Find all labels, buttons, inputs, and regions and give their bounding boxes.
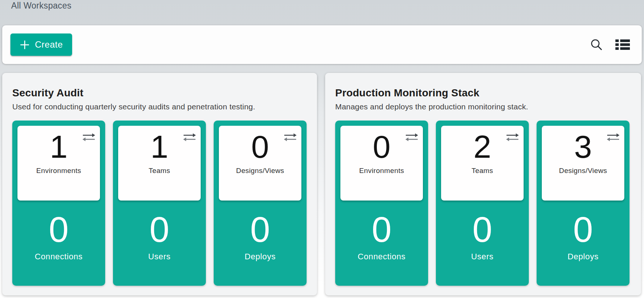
stat-label: Deploys — [567, 252, 599, 262]
stat-label: Environments — [36, 167, 81, 175]
workspace-description: Manages and deploys the production monit… — [335, 102, 631, 111]
stat-column-designs-views: 0 Designs/Views 0 Deploys — [214, 121, 307, 286]
stat-value: 0 — [373, 129, 391, 164]
deploys-stat-section: 0 Deploys — [537, 201, 630, 286]
stat-label: Teams — [149, 167, 170, 175]
stat-value: 0 — [149, 210, 169, 249]
connections-stat-section: 0 Connections — [12, 201, 105, 286]
connections-stat-section: 0 Connections — [335, 201, 428, 286]
stat-value: 0 — [250, 210, 270, 249]
environments-stat-card[interactable]: 0 Environments — [340, 126, 423, 201]
view-list-toggle-button[interactable] — [615, 39, 630, 50]
stat-value: 1 — [50, 129, 68, 164]
environments-stat-card[interactable]: 1 Environments — [17, 126, 100, 201]
designs-views-stat-card[interactable]: 3 Designs/Views — [542, 126, 624, 201]
designs-views-stat-card[interactable]: 0 Designs/Views — [219, 126, 301, 201]
workspace-description: Used for conducting quarterly security a… — [12, 102, 307, 111]
users-stat-section: 0 Users — [436, 201, 529, 286]
users-stat-section: 0 Users — [113, 201, 206, 286]
view-list-icon — [615, 39, 630, 50]
swap-arrows-icon[interactable] — [607, 133, 619, 143]
stat-label: Designs/Views — [236, 167, 284, 175]
stat-columns: 1 Environments 0 Connections 1 Teams — [12, 121, 307, 286]
stat-label: Users — [471, 252, 493, 262]
stat-columns: 0 Environments 0 Connections 2 Teams — [335, 121, 631, 286]
stat-column-environments: 1 Environments 0 Connections — [12, 121, 105, 286]
deploys-stat-section: 0 Deploys — [214, 201, 307, 286]
swap-arrows-icon[interactable] — [183, 133, 196, 143]
search-button[interactable] — [590, 38, 603, 51]
stat-value: 0 — [372, 210, 391, 249]
stat-value: 1 — [151, 129, 168, 164]
stat-label: Connections — [358, 252, 406, 262]
workspace-card-production-monitoring-stack: Production Monitoring Stack Manages and … — [325, 73, 641, 295]
workspaces-toolbar: Create — [2, 25, 642, 64]
stat-label: Users — [148, 252, 171, 262]
workspace-name: Production Monitoring Stack — [335, 87, 631, 99]
create-button-label: Create — [35, 39, 63, 50]
stat-value: 0 — [573, 210, 593, 249]
stat-value: 0 — [49, 210, 68, 249]
stat-value: 0 — [472, 210, 492, 249]
stat-value: 0 — [251, 129, 269, 164]
stat-column-environments: 0 Environments 0 Connections — [335, 121, 428, 286]
workspace-name: Security Audit — [12, 87, 307, 99]
workspace-cards-row: Security Audit Used for conducting quart… — [2, 73, 641, 295]
stat-column-teams: 2 Teams 0 Users — [436, 121, 529, 286]
stat-column-designs-views: 3 Designs/Views 0 Deploys — [537, 121, 630, 286]
page-title: All Workspaces — [11, 1, 71, 11]
stat-label: Environments — [359, 167, 404, 175]
search-icon — [590, 38, 603, 51]
stat-column-teams: 1 Teams 0 Users — [113, 121, 206, 286]
stat-label: Teams — [472, 167, 493, 175]
teams-stat-card[interactable]: 2 Teams — [441, 126, 524, 201]
swap-arrows-icon[interactable] — [82, 133, 95, 143]
swap-arrows-icon[interactable] — [284, 133, 297, 143]
swap-arrows-icon[interactable] — [506, 133, 519, 143]
workspace-card-security-audit: Security Audit Used for conducting quart… — [2, 73, 317, 295]
stat-label: Connections — [35, 252, 83, 262]
create-workspace-button[interactable]: Create — [10, 33, 72, 56]
stat-value: 2 — [473, 129, 491, 164]
plus-icon — [20, 40, 30, 50]
stat-label: Designs/Views — [559, 167, 607, 175]
stat-value: 3 — [574, 129, 592, 164]
stat-label: Deploys — [245, 252, 276, 262]
swap-arrows-icon[interactable] — [405, 133, 418, 143]
teams-stat-card[interactable]: 1 Teams — [118, 126, 201, 201]
